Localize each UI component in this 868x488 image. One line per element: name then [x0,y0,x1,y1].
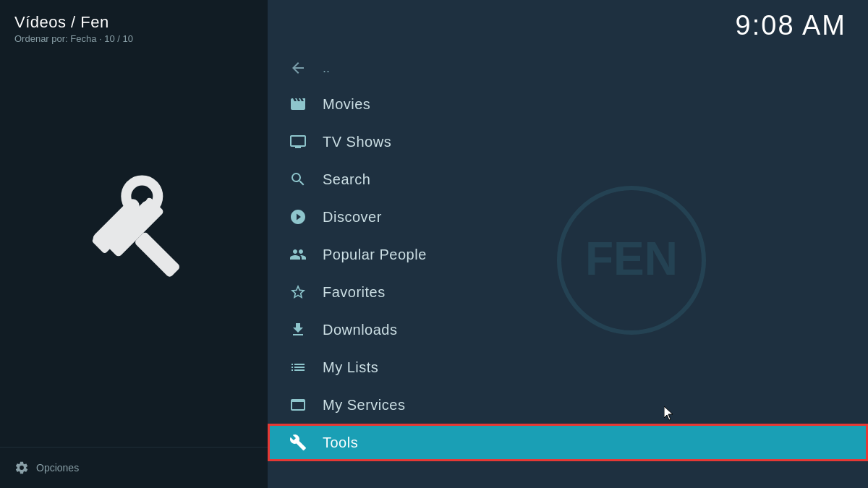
favorites-icon [289,283,307,301]
left-panel: Vídeos / Fen Ordenar por: Fecha · 10 / 1… [0,0,268,488]
services-icon [289,396,307,414]
cursor [664,406,673,421]
search-icon [289,171,307,188]
sidebar-item-popular-people[interactable]: Popular People [268,236,868,273]
page-subtitle: Ordenar por: Fecha · 10 / 10 [14,33,253,44]
svg-rect-1 [134,231,181,278]
time-display: 9:08 AM [736,10,846,41]
header-section: Vídeos / Fen Ordenar por: Fecha · 10 / 1… [0,0,268,50]
sidebar-item-downloads[interactable]: Downloads [268,311,868,348]
tools-label: Tools [323,435,358,451]
lists-icon [289,359,307,376]
back-label: .. [323,61,330,76]
opciones-label: Opciones [36,462,79,474]
tv-shows-label: TV Shows [323,134,391,150]
right-panel: 9:08 AM FEN .. Movies [268,0,868,488]
discover-label: Discover [323,209,382,226]
sidebar-item-tools[interactable]: Tools [268,424,868,461]
sidebar-item-discover[interactable]: Discover [268,198,868,236]
movies-label: Movies [323,96,370,113]
sidebar-item-my-services[interactable]: My Services [268,386,868,424]
menu-list: .. Movies TV Shows [268,51,868,461]
icon-area [0,50,268,447]
favorites-label: Favorites [323,284,386,301]
sidebar-item-tv-shows[interactable]: TV Shows [268,123,868,160]
my-services-label: My Services [323,397,405,414]
tools-icon [289,434,307,451]
tv-icon [289,133,307,150]
downloads-label: Downloads [323,322,397,338]
bottom-bar[interactable]: Opciones [0,447,268,488]
discover-icon [289,208,307,226]
gear-icon [14,461,29,475]
downloads-icon [289,321,307,338]
people-icon [289,246,307,263]
back-icon [289,59,307,77]
page-title: Vídeos / Fen [14,13,253,32]
back-item[interactable]: .. [268,51,868,85]
tools-large-icon [61,155,206,299]
my-lists-label: My Lists [323,359,378,376]
search-label: Search [323,171,370,188]
sidebar-item-favorites[interactable]: Favorites [268,273,868,311]
sidebar-item-my-lists[interactable]: My Lists [268,348,868,386]
movies-icon [289,95,307,113]
sidebar-item-movies[interactable]: Movies [268,85,868,123]
sidebar-item-search[interactable]: Search [268,160,868,198]
popular-people-label: Popular People [323,247,427,263]
